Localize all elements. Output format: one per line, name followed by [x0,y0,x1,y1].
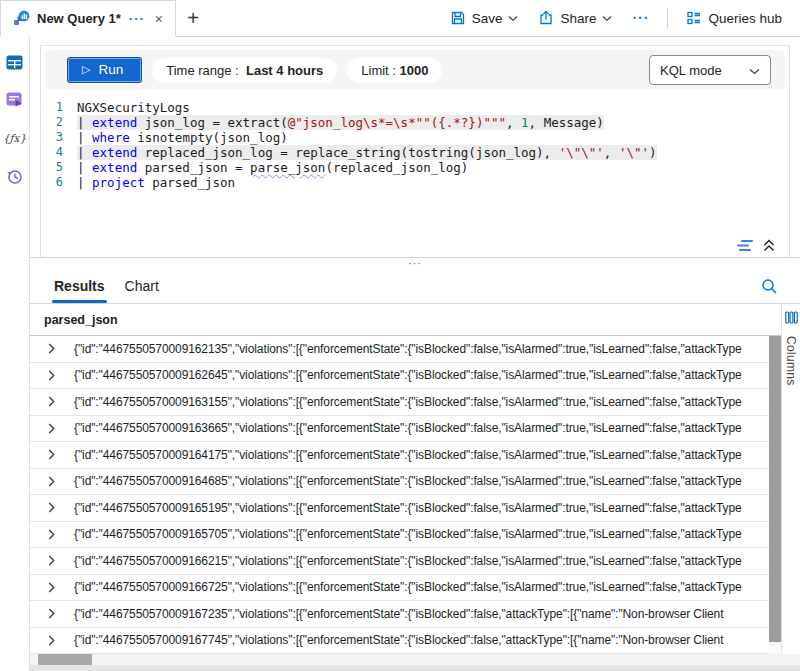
table-row[interactable]: {"id":"4467550570009162135","violations"… [30,336,781,363]
grid-rows: {"id":"4467550570009162135","violations"… [30,336,781,654]
tab-close-icon[interactable]: × [153,12,165,26]
queries-hub-icon [686,10,702,26]
table-row[interactable]: {"id":"4467550570009163665","violations"… [30,416,781,443]
limit-label: Limit : [361,63,396,78]
time-range-label: Time range : [166,63,239,78]
query-tab[interactable]: New Query 1* ··· × [0,0,176,37]
adx-query-window: New Query 1* ··· × + Save [0,0,800,671]
row-json-text: {"id":"4467550570009166725","violations"… [74,580,781,594]
queries-hub-button[interactable]: Queries hub [678,4,790,32]
share-icon [538,10,554,26]
code-lines: 1NGXSecurityLogs2| extend json_log = ext… [41,100,789,190]
tab-menu-icon[interactable]: ··· [128,12,146,25]
line-number: 5 [41,160,77,175]
columns-panel-label: Columns [784,336,798,385]
table-row[interactable]: {"id":"4467550570009164685","violations"… [30,469,781,496]
run-button[interactable]: ▷ Run [67,57,142,83]
tab-results[interactable]: Results [48,270,111,303]
row-json-text: {"id":"4467550570009167745","violations"… [74,633,781,647]
expand-row-icon[interactable] [46,555,57,566]
queries-hub-label: Queries hub [708,11,782,26]
panel-resize-handle[interactable]: ··· [30,258,800,268]
table-row[interactable]: {"id":"4467550570009167235","violations"… [30,601,781,628]
row-json-text: {"id":"4467550570009164175","violations"… [74,448,781,462]
chevron-down-icon [749,63,760,78]
code-editor[interactable]: 1NGXSecurityLogs2| extend json_log = ext… [41,94,789,237]
new-tab-button[interactable]: + [176,0,210,36]
code-line: 5| extend parsed_json = parse_json(repla… [41,160,789,175]
results-grid: parsed_json {"id":"4467550570009162135",… [30,304,781,654]
row-json-text: {"id":"4467550570009165705","violations"… [74,527,781,541]
line-number: 6 [41,175,77,190]
code-text: | extend replaced_json_log = replace_str… [77,145,657,160]
code-text: | project parsed_json [77,175,235,190]
time-range-value: Last 4 hours [246,63,323,78]
code-line: 2| extend json_log = extract(@"json_log\… [41,115,789,130]
vertical-scrollbar-thumb[interactable] [769,336,781,642]
more-actions-button[interactable]: ··· [624,4,657,32]
column-header-parsed-json[interactable]: parsed_json [30,304,781,336]
table-row[interactable]: {"id":"4467550570009164175","violations"… [30,442,781,469]
row-json-text: {"id":"4467550570009163155","violations"… [74,395,781,409]
table-row[interactable]: {"id":"4467550570009166725","violations"… [30,575,781,602]
row-json-text: {"id":"4467550570009162135","violations"… [74,342,781,356]
table-row[interactable]: {"id":"4467550570009162645","violations"… [30,363,781,390]
table-row[interactable]: {"id":"4467550570009167745","violations"… [30,628,781,655]
table-row[interactable]: {"id":"4467550570009165705","violations"… [30,522,781,549]
tab-bar-actions: Save Share ··· [442,0,800,36]
query-page-play-icon[interactable] [6,91,24,109]
save-label: Save [472,11,503,26]
code-line: 1NGXSecurityLogs [41,100,789,115]
code-text: | extend json_log = extract(@"json_log\s… [77,115,604,130]
expand-row-icon[interactable] [46,582,57,593]
format-lines-icon[interactable] [737,239,753,252]
save-icon [450,10,466,26]
search-results-button[interactable] [753,272,786,303]
table-row[interactable]: {"id":"4467550570009166215","violations"… [30,548,781,575]
table-row[interactable]: {"id":"4467550570009165195","violations"… [30,495,781,522]
code-line: 4| extend replaced_json_log = replace_st… [41,145,789,160]
chevron-down-icon [508,15,518,22]
table-row[interactable]: {"id":"4467550570009163155","violations"… [30,389,781,416]
limit-pill[interactable]: Limit : 1000 [347,58,442,83]
time-range-pill[interactable]: Time range : Last 4 hours [152,58,337,83]
vertical-scrollbar[interactable] [769,336,781,654]
columns-panel-toggle[interactable]: Columns [781,304,800,654]
row-json-text: {"id":"4467550570009167235","violations"… [74,607,781,621]
expand-row-icon[interactable] [46,396,57,407]
query-editor-card: ▷ Run Time range : Last 4 hours Limit : … [40,45,790,257]
body: {ƒx} ▷ Run Time range : Last 4 [0,37,800,671]
line-number: 1 [41,100,77,115]
left-rail: {ƒx} [0,37,30,671]
save-button[interactable]: Save [442,4,527,32]
expand-row-icon[interactable] [46,423,57,434]
horizontal-scrollbar[interactable] [30,654,800,665]
row-json-text: {"id":"4467550570009166215","violations"… [74,554,781,568]
kql-mode-dropdown[interactable]: KQL mode [649,55,771,85]
expand-row-icon[interactable] [46,635,57,646]
tab-bar: New Query 1* ··· × + Save [0,0,800,37]
share-button[interactable]: Share [530,4,620,32]
tables-grid-icon[interactable] [6,53,24,71]
functions-fx-icon[interactable]: {ƒx} [6,129,24,147]
horizontal-scrollbar-thumb[interactable] [38,654,92,665]
tab-title: New Query 1* [37,11,121,26]
expand-row-icon[interactable] [46,343,57,354]
code-line: 6| project parsed_json [41,175,789,190]
code-text: | extend parsed_json = parse_json(replac… [77,160,468,175]
tab-chart[interactable]: Chart [119,270,165,303]
expand-row-icon[interactable] [46,608,57,619]
expand-row-icon[interactable] [46,502,57,513]
row-json-text: {"id":"4467550570009162645","violations"… [74,368,781,382]
divider [667,8,668,28]
history-clock-icon[interactable] [6,167,24,185]
expand-row-icon[interactable] [46,370,57,381]
drag-handle-dots: ··· [408,261,422,265]
expand-row-icon[interactable] [46,529,57,540]
run-play-icon: ▷ [82,64,90,75]
row-json-text: {"id":"4467550570009165195","violations"… [74,501,781,515]
expand-row-icon[interactable] [46,476,57,487]
collapse-editor-icon[interactable] [763,239,775,252]
expand-row-icon[interactable] [46,449,57,460]
main-panel: ▷ Run Time range : Last 4 hours Limit : … [30,37,800,671]
